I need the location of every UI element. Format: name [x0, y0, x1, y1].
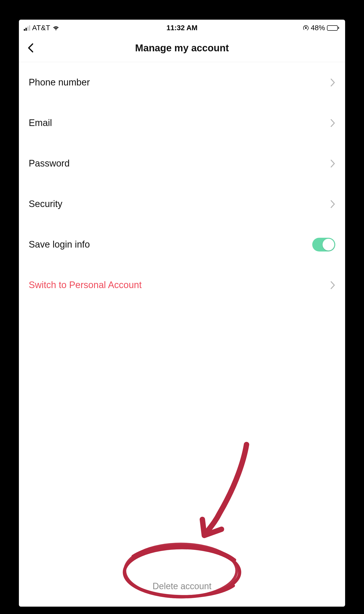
carrier-label: AT&T [32, 24, 50, 32]
row-label: Phone number [29, 77, 90, 88]
row-label: Switch to Personal Account [29, 280, 142, 290]
chevron-left-icon [26, 43, 36, 53]
back-button[interactable] [26, 43, 36, 53]
row-label: Email [29, 118, 52, 128]
svg-rect-2 [305, 28, 307, 29]
row-phone-number[interactable]: Phone number [29, 62, 335, 103]
row-switch-account[interactable]: Switch to Personal Account [29, 265, 335, 305]
chevron-right-icon [330, 281, 335, 289]
delete-account-link[interactable]: Delete account [153, 581, 211, 591]
chevron-right-icon [330, 200, 335, 208]
toggle-knob [323, 239, 334, 251]
chevron-right-icon [330, 159, 335, 168]
chevron-right-icon [330, 119, 335, 127]
annotation-circle [118, 539, 246, 603]
rotation-lock-icon [303, 25, 309, 31]
delete-section: Delete account [19, 581, 345, 591]
row-label: Password [29, 158, 70, 169]
status-bar-time: 11:32 AM [167, 24, 197, 32]
row-label: Save login info [29, 239, 90, 250]
header-bar: Manage my account [19, 34, 345, 62]
status-bar: AT&T 11:32 AM 48% [19, 20, 345, 34]
cellular-signal-icon [24, 25, 30, 31]
battery-icon [327, 25, 339, 31]
chevron-right-icon [330, 78, 335, 87]
status-bar-left: AT&T [24, 24, 60, 32]
annotation-arrow [195, 440, 259, 543]
phone-frame: AT&T 11:32 AM 48% Manage my account [19, 20, 345, 607]
settings-list: Phone number Email Password Security Sav [19, 62, 345, 305]
row-email[interactable]: Email [29, 103, 335, 143]
save-login-toggle[interactable] [312, 238, 335, 251]
page-title: Manage my account [135, 42, 229, 54]
row-label: Security [29, 199, 62, 209]
wifi-icon [52, 25, 60, 31]
status-bar-right: 48% [303, 24, 339, 32]
row-save-login-info: Save login info [29, 224, 335, 265]
battery-percent: 48% [311, 24, 325, 32]
row-security[interactable]: Security [29, 184, 335, 224]
row-password[interactable]: Password [29, 143, 335, 184]
